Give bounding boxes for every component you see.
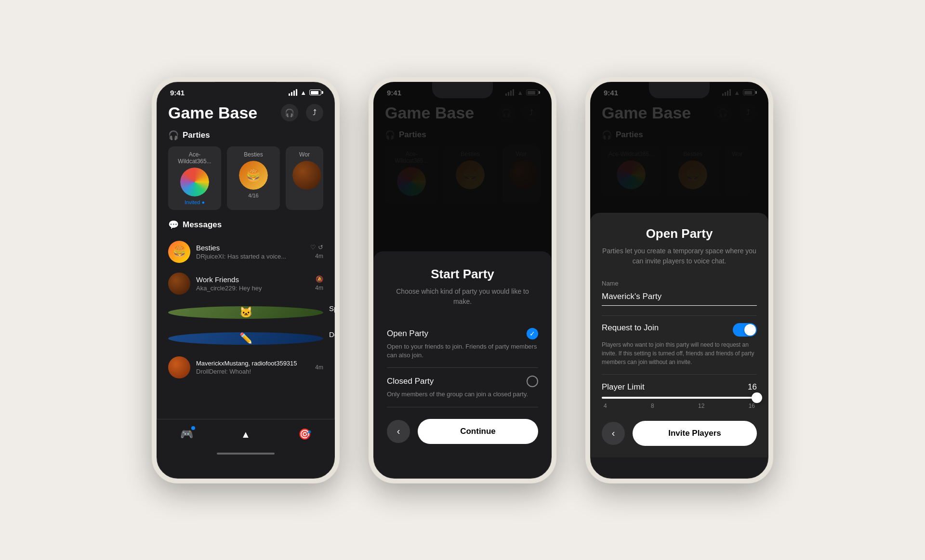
tick-8: 8 xyxy=(651,403,654,409)
header-icons: 🎧 ⤴ xyxy=(281,104,323,121)
continue-button[interactable]: Continue xyxy=(418,419,538,444)
parties-icon: 🎧 xyxy=(168,130,179,141)
message-preview-besties: DRjuiceXI: Has started a voice... xyxy=(196,253,304,260)
bottom-nav: 🎮 ▲ 🎯 xyxy=(157,419,335,457)
closed-party-option[interactable]: Closed Party Only members of the group c… xyxy=(387,368,538,407)
phone-1: 9:41 ▲ Game Base 🎧 xyxy=(152,77,340,483)
message-time-besties: 4m xyxy=(315,253,323,260)
share-button[interactable]: ⤴ xyxy=(306,104,323,121)
party-tab-besties-avatar: 🍔 xyxy=(239,161,268,190)
back-button-2[interactable]: ‹ xyxy=(387,420,410,443)
back-button-3[interactable]: ‹ xyxy=(602,422,625,445)
name-input[interactable] xyxy=(602,290,757,306)
party-tab-work-avatar xyxy=(292,161,321,190)
invite-players-button[interactable]: Invite Players xyxy=(633,421,757,446)
phone-notch xyxy=(215,82,276,98)
messages-label: Messages xyxy=(183,220,222,230)
party-tabs: Ace-Wildcat365... Invited ● Besties 🍔 4/… xyxy=(157,146,335,218)
open-party-radio: ✓ xyxy=(527,328,538,339)
message-item-space[interactable]: 🐱 Space_Carrot10 Can you believe this? 4… xyxy=(157,300,335,326)
modal-subtitle-2: Choose which kind of party you would lik… xyxy=(387,287,538,307)
player-limit-value: 16 xyxy=(748,382,757,392)
nav-gamebase[interactable]: 🎮 xyxy=(180,428,193,441)
message-avatar-maverick xyxy=(168,356,190,378)
modal-overlay-2: Start Party Choose which kind of party y… xyxy=(373,82,552,457)
message-meta-besties: ♡ ↺ 4m xyxy=(310,244,323,260)
request-label: Request to Join xyxy=(602,323,659,333)
request-to-join-row: Request to Join xyxy=(602,323,757,337)
message-time-maverick: 4m xyxy=(315,364,323,371)
messages-section-header: 💬 Messages xyxy=(157,218,335,236)
message-name-maverick: MaverickxMustang, radiofoot359315 xyxy=(196,360,309,367)
message-item-donguri[interactable]: ✏️ DonguriSarasara Hahaha 4m xyxy=(157,326,335,352)
open-party-name: Open Party xyxy=(387,329,428,339)
parties-section-header: 🎧 Parties xyxy=(157,128,335,146)
back-icon-3: ‹ xyxy=(612,428,615,439)
message-content-besties: Besties DRjuiceXI: Has started a voice..… xyxy=(196,244,304,260)
open-party-subtitle: Parties let you create a temporary space… xyxy=(602,246,757,266)
party-tab-work-name: Wor xyxy=(292,151,317,158)
closed-party-name: Closed Party xyxy=(387,377,434,386)
slider-fill xyxy=(602,397,757,399)
app-title: Game Base xyxy=(168,104,257,122)
message-item-besties[interactable]: 🍔 Besties DRjuiceXI: Has started a voice… xyxy=(157,236,335,268)
message-avatar-space: 🐱 xyxy=(168,306,323,319)
message-time-work: 4m xyxy=(315,285,323,291)
wifi-icon: ▲ xyxy=(300,89,306,96)
tick-12: 12 xyxy=(698,403,704,409)
message-icon-work: 🔕 xyxy=(316,275,323,283)
player-limit-header: Player Limit 16 xyxy=(602,382,757,392)
player-limit-label: Player Limit xyxy=(602,382,645,392)
signal-icon xyxy=(289,89,297,96)
message-item-work[interactable]: Work Friends Aka_circle229: Hey hey 🔕 4m xyxy=(157,268,335,300)
divider-1 xyxy=(602,315,757,316)
request-toggle[interactable] xyxy=(733,323,757,337)
message-name-besties: Besties xyxy=(196,244,304,252)
tick-16: 16 xyxy=(749,403,755,409)
message-meta-maverick: 4m xyxy=(315,364,323,371)
open-party-sheet: Open Party Parties let you create a temp… xyxy=(590,213,768,457)
nav-social[interactable]: 🎯 xyxy=(298,428,311,441)
back-icon-2: ‹ xyxy=(397,426,400,437)
slider-ticks: 4 8 12 16 xyxy=(602,403,757,409)
gamebase-icon: 🎮 xyxy=(180,428,193,440)
profile-button[interactable]: 🎧 xyxy=(281,104,298,121)
message-preview-maverick: DrollDerrel: Whoah! xyxy=(196,368,309,375)
modal-footer-2: ‹ Continue xyxy=(387,419,538,444)
profile-icon: 🎧 xyxy=(285,108,294,117)
messages-list: 🍔 Besties DRjuiceXI: Has started a voice… xyxy=(157,236,335,387)
home-indicator xyxy=(217,453,275,455)
party-tab-work[interactable]: Wor xyxy=(286,146,323,210)
open-party-option[interactable]: Open Party ✓ Open to your friends to joi… xyxy=(387,320,538,368)
invite-players-label: Invite Players xyxy=(668,429,721,438)
status-time: 9:41 xyxy=(170,89,185,97)
phone-notch-3 xyxy=(649,82,710,98)
message-meta-work: 🔕 4m xyxy=(315,275,323,291)
party-tab-besties[interactable]: Besties 🍔 4/16 xyxy=(227,146,280,210)
message-name-work: Work Friends xyxy=(196,275,309,284)
message-avatar-besties: 🍔 xyxy=(168,241,190,263)
party-tab-besties-status: 4/16 xyxy=(234,193,273,198)
modal-title-2: Start Party xyxy=(387,267,538,282)
closed-party-desc: Only members of the group can join a clo… xyxy=(387,390,538,399)
slider-thumb xyxy=(752,392,762,403)
divider-2 xyxy=(602,374,757,375)
start-party-modal: Start Party Choose which kind of party y… xyxy=(373,251,552,457)
player-limit-slider[interactable] xyxy=(602,397,757,399)
status-icons: ▲ xyxy=(289,89,321,96)
message-item-maverick[interactable]: MaverickxMustang, radiofoot359315 DrollD… xyxy=(157,352,335,383)
toggle-thumb xyxy=(744,324,756,336)
message-avatar-donguri: ✏️ xyxy=(168,332,323,345)
app-header: Game Base 🎧 ⤴ xyxy=(157,100,335,128)
nav-home[interactable]: ▲ xyxy=(241,428,251,441)
continue-label: Continue xyxy=(460,427,496,436)
phone-notch-2 xyxy=(432,82,493,98)
phone-2: 9:41 ▲ Game Base 🎧 xyxy=(369,77,556,483)
message-preview-work: Aka_circle229: Hey hey xyxy=(196,285,309,292)
closed-party-radio xyxy=(527,376,538,387)
party-tab-ace[interactable]: Ace-Wildcat365... Invited ● xyxy=(168,146,221,210)
open-party-title: Open Party xyxy=(602,226,757,241)
nav-dot xyxy=(191,426,195,430)
modal-footer-3: ‹ Invite Players xyxy=(602,421,757,446)
player-limit-section: Player Limit 16 4 8 12 16 xyxy=(602,382,757,409)
